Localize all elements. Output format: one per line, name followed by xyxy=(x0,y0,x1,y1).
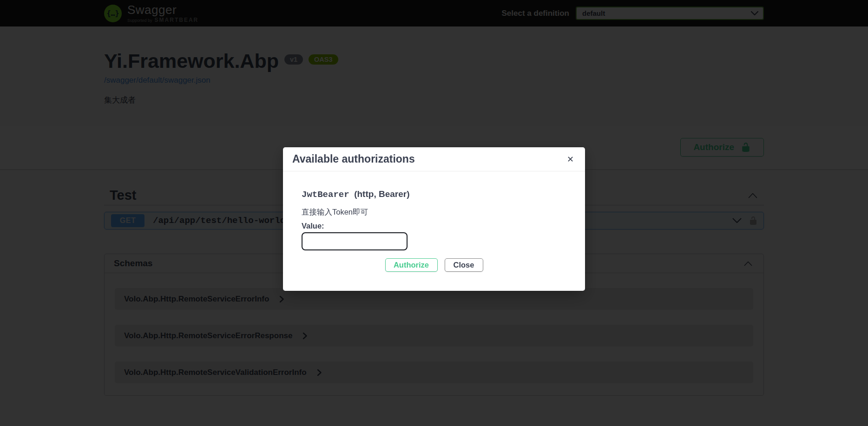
scheme-type: (http, Bearer) xyxy=(354,189,409,199)
modal-title: Available authorizations xyxy=(292,153,415,165)
modal-close-button[interactable]: Close xyxy=(445,258,483,272)
auth-description: 直接输入Token即可 xyxy=(302,207,566,217)
token-input[interactable] xyxy=(302,232,408,250)
authorizations-modal: Available authorizations ✕ JwtBearer (ht… xyxy=(283,147,585,291)
modal-authorize-button[interactable]: Authorize xyxy=(385,258,438,272)
close-icon[interactable]: ✕ xyxy=(567,155,574,164)
value-label: Value: xyxy=(302,222,566,230)
auth-scheme-heading: JwtBearer (http, Bearer) xyxy=(302,189,566,200)
scheme-name: JwtBearer xyxy=(302,190,349,200)
